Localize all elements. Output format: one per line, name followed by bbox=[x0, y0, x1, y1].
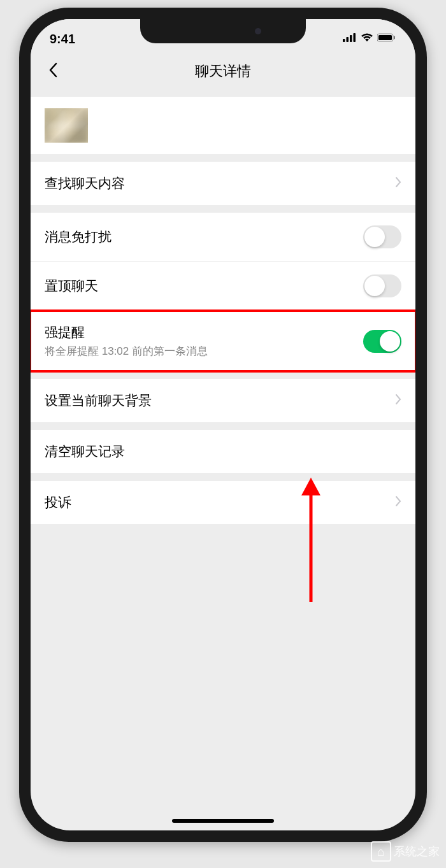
toggle-knob bbox=[364, 276, 385, 296]
watermark: ⌂ 系统之家 bbox=[371, 841, 440, 862]
phone-notch bbox=[140, 19, 306, 43]
svg-rect-5 bbox=[378, 35, 392, 40]
chevron-right-icon bbox=[395, 392, 401, 409]
chevron-right-icon bbox=[395, 175, 401, 192]
item-label: 强提醒 bbox=[45, 324, 208, 341]
status-time: 9:41 bbox=[50, 32, 75, 46]
report-section: 投诉 bbox=[31, 481, 415, 524]
avatar-section bbox=[31, 97, 415, 154]
contact-avatar[interactable] bbox=[45, 108, 88, 143]
background-section: 设置当前聊天背景 bbox=[31, 379, 415, 422]
mute-notifications-item: 消息免打扰 bbox=[31, 213, 415, 262]
wifi-icon bbox=[361, 33, 373, 45]
search-chat-content-item[interactable]: 查找聊天内容 bbox=[31, 162, 415, 205]
page-title: 聊天详情 bbox=[195, 62, 251, 81]
mute-toggle[interactable] bbox=[363, 225, 401, 248]
item-label: 消息免打扰 bbox=[45, 228, 112, 246]
item-text-group: 强提醒 将全屏提醒 13:02 前的第一条消息 bbox=[45, 324, 208, 359]
clear-section: 清空聊天记录 bbox=[31, 430, 415, 473]
chevron-left-icon bbox=[48, 62, 57, 78]
phone-frame: 9:41 聊天详情 bbox=[19, 8, 427, 842]
item-label: 查找聊天内容 bbox=[45, 174, 125, 192]
item-label: 置顶聊天 bbox=[45, 277, 98, 295]
clear-chat-history-item[interactable]: 清空聊天记录 bbox=[31, 430, 415, 473]
strong-alert-toggle[interactable] bbox=[363, 330, 401, 353]
nav-bar: 聊天详情 bbox=[31, 52, 415, 90]
content-area: 查找聊天内容 消息免打扰 置顶聊天 bbox=[31, 97, 415, 524]
back-button[interactable] bbox=[43, 60, 62, 82]
toggles-section: 消息免打扰 置顶聊天 强提醒 将全屏提醒 13:02 前的第一条消息 bbox=[31, 213, 415, 371]
sticky-on-top-item: 置顶聊天 bbox=[31, 262, 415, 311]
item-sublabel: 将全屏提醒 13:02 前的第一条消息 bbox=[45, 344, 208, 359]
svg-rect-2 bbox=[350, 35, 352, 42]
svg-rect-1 bbox=[347, 37, 349, 42]
signal-icon bbox=[343, 33, 357, 45]
item-label: 清空聊天记录 bbox=[45, 443, 125, 460]
watermark-text: 系统之家 bbox=[394, 844, 440, 859]
battery-icon bbox=[377, 33, 396, 45]
strong-alert-item: 强提醒 将全屏提醒 13:02 前的第一条消息 bbox=[31, 311, 415, 371]
item-label: 设置当前聊天背景 bbox=[45, 392, 152, 409]
watermark-icon: ⌂ bbox=[371, 841, 391, 862]
svg-rect-6 bbox=[394, 36, 395, 39]
toggle-knob bbox=[364, 227, 385, 247]
home-indicator[interactable] bbox=[172, 819, 274, 823]
set-chat-background-item[interactable]: 设置当前聊天背景 bbox=[31, 379, 415, 422]
toggle-knob bbox=[380, 331, 400, 352]
avatar-row[interactable] bbox=[31, 97, 415, 154]
item-label: 投诉 bbox=[45, 494, 71, 511]
status-icons bbox=[343, 33, 396, 45]
sticky-toggle[interactable] bbox=[363, 274, 401, 297]
search-section: 查找聊天内容 bbox=[31, 162, 415, 205]
svg-rect-3 bbox=[354, 33, 356, 42]
phone-screen: 9:41 聊天详情 bbox=[31, 19, 415, 830]
report-item[interactable]: 投诉 bbox=[31, 481, 415, 524]
chevron-right-icon bbox=[395, 494, 401, 511]
svg-rect-0 bbox=[343, 39, 345, 42]
